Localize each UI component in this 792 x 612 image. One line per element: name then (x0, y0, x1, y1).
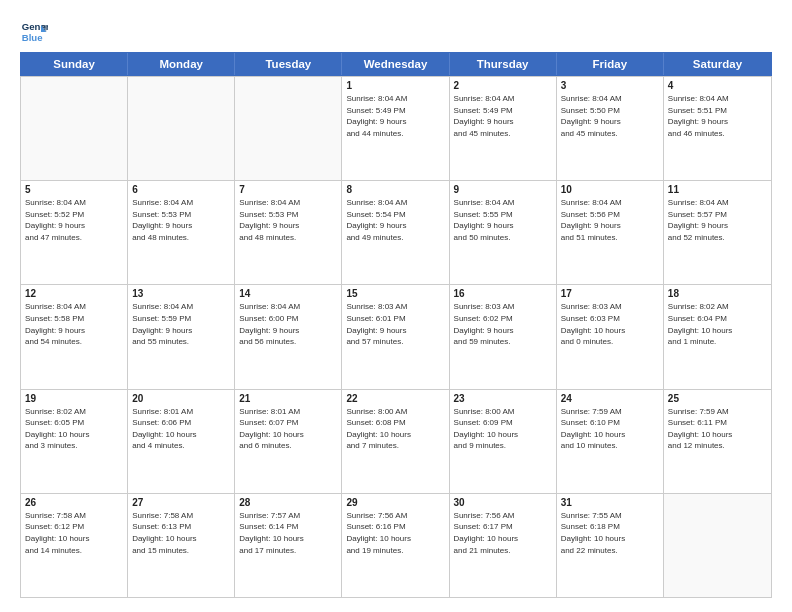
day-number: 7 (239, 184, 337, 195)
day-info: Sunrise: 7:58 AM Sunset: 6:13 PM Dayligh… (132, 510, 230, 556)
day-cell-30: 30Sunrise: 7:56 AM Sunset: 6:17 PM Dayli… (450, 494, 557, 597)
day-number: 3 (561, 80, 659, 91)
day-cell-6: 6Sunrise: 8:04 AM Sunset: 5:53 PM Daylig… (128, 181, 235, 284)
day-number: 25 (668, 393, 767, 404)
day-number: 12 (25, 288, 123, 299)
day-number: 16 (454, 288, 552, 299)
day-info: Sunrise: 8:04 AM Sunset: 5:57 PM Dayligh… (668, 197, 767, 243)
day-number: 30 (454, 497, 552, 508)
day-info: Sunrise: 8:04 AM Sunset: 5:49 PM Dayligh… (346, 93, 444, 139)
day-number: 21 (239, 393, 337, 404)
day-cell-4: 4Sunrise: 8:04 AM Sunset: 5:51 PM Daylig… (664, 77, 771, 180)
calendar-header: SundayMondayTuesdayWednesdayThursdayFrid… (20, 52, 772, 76)
day-cell-20: 20Sunrise: 8:01 AM Sunset: 6:06 PM Dayli… (128, 390, 235, 493)
day-info: Sunrise: 8:04 AM Sunset: 5:51 PM Dayligh… (668, 93, 767, 139)
day-cell-31: 31Sunrise: 7:55 AM Sunset: 6:18 PM Dayli… (557, 494, 664, 597)
day-info: Sunrise: 8:04 AM Sunset: 5:50 PM Dayligh… (561, 93, 659, 139)
day-cell-13: 13Sunrise: 8:04 AM Sunset: 5:59 PM Dayli… (128, 285, 235, 388)
logo: General Blue (20, 18, 52, 46)
calendar-body: 1Sunrise: 8:04 AM Sunset: 5:49 PM Daylig… (20, 76, 772, 598)
day-info: Sunrise: 7:59 AM Sunset: 6:10 PM Dayligh… (561, 406, 659, 452)
day-number: 20 (132, 393, 230, 404)
header-cell-thursday: Thursday (450, 53, 557, 75)
day-number: 14 (239, 288, 337, 299)
day-cell-14: 14Sunrise: 8:04 AM Sunset: 6:00 PM Dayli… (235, 285, 342, 388)
day-info: Sunrise: 8:04 AM Sunset: 5:55 PM Dayligh… (454, 197, 552, 243)
day-cell-19: 19Sunrise: 8:02 AM Sunset: 6:05 PM Dayli… (21, 390, 128, 493)
day-number: 22 (346, 393, 444, 404)
day-cell-18: 18Sunrise: 8:02 AM Sunset: 6:04 PM Dayli… (664, 285, 771, 388)
day-info: Sunrise: 8:04 AM Sunset: 5:52 PM Dayligh… (25, 197, 123, 243)
day-number: 15 (346, 288, 444, 299)
empty-cell (664, 494, 771, 597)
header-cell-saturday: Saturday (664, 53, 771, 75)
day-cell-25: 25Sunrise: 7:59 AM Sunset: 6:11 PM Dayli… (664, 390, 771, 493)
day-info: Sunrise: 8:02 AM Sunset: 6:05 PM Dayligh… (25, 406, 123, 452)
logo-icon: General Blue (20, 18, 48, 46)
day-info: Sunrise: 8:04 AM Sunset: 5:56 PM Dayligh… (561, 197, 659, 243)
week-row-4: 26Sunrise: 7:58 AM Sunset: 6:12 PM Dayli… (21, 493, 771, 597)
empty-cell (21, 77, 128, 180)
day-info: Sunrise: 8:04 AM Sunset: 5:49 PM Dayligh… (454, 93, 552, 139)
day-number: 28 (239, 497, 337, 508)
day-number: 17 (561, 288, 659, 299)
day-info: Sunrise: 7:56 AM Sunset: 6:17 PM Dayligh… (454, 510, 552, 556)
day-number: 13 (132, 288, 230, 299)
header-cell-monday: Monday (128, 53, 235, 75)
header-cell-sunday: Sunday (21, 53, 128, 75)
empty-cell (235, 77, 342, 180)
day-info: Sunrise: 8:03 AM Sunset: 6:03 PM Dayligh… (561, 301, 659, 347)
header-cell-friday: Friday (557, 53, 664, 75)
day-number: 24 (561, 393, 659, 404)
day-info: Sunrise: 8:04 AM Sunset: 5:54 PM Dayligh… (346, 197, 444, 243)
day-number: 9 (454, 184, 552, 195)
day-cell-5: 5Sunrise: 8:04 AM Sunset: 5:52 PM Daylig… (21, 181, 128, 284)
day-cell-26: 26Sunrise: 7:58 AM Sunset: 6:12 PM Dayli… (21, 494, 128, 597)
day-info: Sunrise: 8:01 AM Sunset: 6:06 PM Dayligh… (132, 406, 230, 452)
day-cell-29: 29Sunrise: 7:56 AM Sunset: 6:16 PM Dayli… (342, 494, 449, 597)
day-info: Sunrise: 7:57 AM Sunset: 6:14 PM Dayligh… (239, 510, 337, 556)
header-cell-tuesday: Tuesday (235, 53, 342, 75)
day-cell-28: 28Sunrise: 7:57 AM Sunset: 6:14 PM Dayli… (235, 494, 342, 597)
day-info: Sunrise: 7:56 AM Sunset: 6:16 PM Dayligh… (346, 510, 444, 556)
day-cell-16: 16Sunrise: 8:03 AM Sunset: 6:02 PM Dayli… (450, 285, 557, 388)
day-number: 5 (25, 184, 123, 195)
day-cell-22: 22Sunrise: 8:00 AM Sunset: 6:08 PM Dayli… (342, 390, 449, 493)
day-number: 1 (346, 80, 444, 91)
day-info: Sunrise: 8:03 AM Sunset: 6:01 PM Dayligh… (346, 301, 444, 347)
day-info: Sunrise: 8:00 AM Sunset: 6:08 PM Dayligh… (346, 406, 444, 452)
day-cell-27: 27Sunrise: 7:58 AM Sunset: 6:13 PM Dayli… (128, 494, 235, 597)
day-cell-7: 7Sunrise: 8:04 AM Sunset: 5:53 PM Daylig… (235, 181, 342, 284)
day-cell-21: 21Sunrise: 8:01 AM Sunset: 6:07 PM Dayli… (235, 390, 342, 493)
empty-cell (128, 77, 235, 180)
day-info: Sunrise: 8:04 AM Sunset: 5:59 PM Dayligh… (132, 301, 230, 347)
day-info: Sunrise: 8:04 AM Sunset: 6:00 PM Dayligh… (239, 301, 337, 347)
day-info: Sunrise: 8:04 AM Sunset: 5:53 PM Dayligh… (239, 197, 337, 243)
day-number: 31 (561, 497, 659, 508)
day-number: 11 (668, 184, 767, 195)
header-cell-wednesday: Wednesday (342, 53, 449, 75)
day-cell-15: 15Sunrise: 8:03 AM Sunset: 6:01 PM Dayli… (342, 285, 449, 388)
week-row-0: 1Sunrise: 8:04 AM Sunset: 5:49 PM Daylig… (21, 76, 771, 180)
day-number: 4 (668, 80, 767, 91)
day-info: Sunrise: 7:59 AM Sunset: 6:11 PM Dayligh… (668, 406, 767, 452)
day-number: 2 (454, 80, 552, 91)
day-cell-8: 8Sunrise: 8:04 AM Sunset: 5:54 PM Daylig… (342, 181, 449, 284)
day-cell-3: 3Sunrise: 8:04 AM Sunset: 5:50 PM Daylig… (557, 77, 664, 180)
day-number: 10 (561, 184, 659, 195)
day-cell-17: 17Sunrise: 8:03 AM Sunset: 6:03 PM Dayli… (557, 285, 664, 388)
week-row-3: 19Sunrise: 8:02 AM Sunset: 6:05 PM Dayli… (21, 389, 771, 493)
day-cell-11: 11Sunrise: 8:04 AM Sunset: 5:57 PM Dayli… (664, 181, 771, 284)
day-cell-2: 2Sunrise: 8:04 AM Sunset: 5:49 PM Daylig… (450, 77, 557, 180)
week-row-2: 12Sunrise: 8:04 AM Sunset: 5:58 PM Dayli… (21, 284, 771, 388)
day-cell-1: 1Sunrise: 8:04 AM Sunset: 5:49 PM Daylig… (342, 77, 449, 180)
week-row-1: 5Sunrise: 8:04 AM Sunset: 5:52 PM Daylig… (21, 180, 771, 284)
day-number: 8 (346, 184, 444, 195)
day-cell-10: 10Sunrise: 8:04 AM Sunset: 5:56 PM Dayli… (557, 181, 664, 284)
day-info: Sunrise: 8:03 AM Sunset: 6:02 PM Dayligh… (454, 301, 552, 347)
day-cell-9: 9Sunrise: 8:04 AM Sunset: 5:55 PM Daylig… (450, 181, 557, 284)
day-info: Sunrise: 8:04 AM Sunset: 5:58 PM Dayligh… (25, 301, 123, 347)
day-number: 27 (132, 497, 230, 508)
day-cell-24: 24Sunrise: 7:59 AM Sunset: 6:10 PM Dayli… (557, 390, 664, 493)
day-number: 18 (668, 288, 767, 299)
